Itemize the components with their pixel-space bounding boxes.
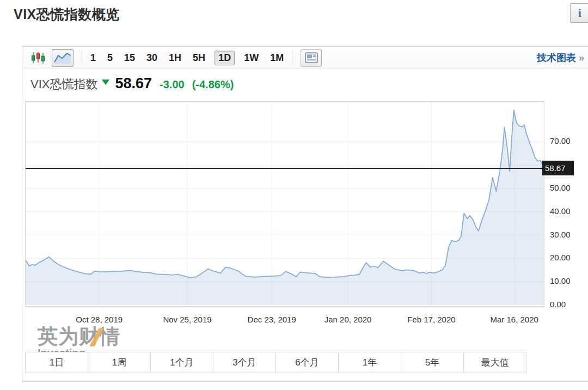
- watermark-orange-slash: [89, 328, 104, 346]
- x-axis-label: Feb 17, 2020: [407, 315, 455, 324]
- x-axis-label: Jan 20, 2020: [324, 315, 372, 324]
- period-3month[interactable]: 3个月: [213, 352, 276, 373]
- period-1month[interactable]: 1个月: [150, 352, 213, 373]
- double-chevron-icon: »: [579, 52, 584, 63]
- y-axis-label: 20.00: [550, 253, 571, 263]
- price-change-percent: (-4.86%): [192, 78, 234, 91]
- interval-1d-selected[interactable]: 1D: [215, 51, 235, 65]
- quote-header: VIX恐慌指数 58.67 -3.00 (-4.86%): [30, 75, 234, 93]
- interval-1m[interactable]: 1M: [270, 52, 284, 64]
- candlestick-chart-button[interactable]: [30, 50, 46, 66]
- y-axis-label: 70.00: [550, 136, 571, 146]
- toolbar-divider: [82, 51, 82, 65]
- interval-1[interactable]: 1: [90, 52, 96, 64]
- price-change: -3.00: [160, 78, 185, 91]
- x-axis-label: Oct 28, 2019: [76, 315, 122, 324]
- interval-5[interactable]: 5: [107, 52, 113, 64]
- interval-1h[interactable]: 1H: [169, 52, 181, 64]
- y-axis-label: 30.00: [550, 230, 571, 240]
- news-icon: [305, 52, 318, 63]
- period-1week[interactable]: 1周: [88, 352, 151, 373]
- chart-canvas: [26, 102, 544, 306]
- watermark-cn: 英为财情: [38, 326, 120, 347]
- interval-30[interactable]: 30: [146, 52, 157, 64]
- period-5year[interactable]: 5年: [401, 352, 464, 373]
- area-chart-icon: [54, 51, 71, 64]
- last-price: 58.67: [115, 75, 152, 92]
- interval-selector: 1 5 15 30 1H 5H 1D 1W 1M: [90, 51, 284, 65]
- interval-15[interactable]: 15: [124, 52, 135, 64]
- y-axis-label: 10.00: [550, 276, 571, 286]
- x-axis-label: Mar 16, 2020: [490, 315, 538, 324]
- vix-overview-page: VIX恐慌指数概览 i: [0, 0, 588, 390]
- y-axis-label: 50.00: [550, 183, 571, 193]
- period-1year[interactable]: 1年: [338, 352, 401, 373]
- x-axis-label: Dec 23, 2019: [248, 315, 296, 324]
- period-selector: 1日 1周 1个月 3个月 6个月 1年 5年 最大值: [25, 352, 526, 373]
- area-chart-button[interactable]: [52, 49, 74, 67]
- interval-5h[interactable]: 5H: [193, 52, 205, 64]
- period-max[interactable]: 最大值: [463, 352, 526, 373]
- toolbar-divider: [292, 51, 292, 65]
- x-axis-label: Nov 25, 2019: [163, 315, 211, 324]
- period-1day[interactable]: 1日: [25, 352, 88, 373]
- info-icon: i: [578, 7, 581, 20]
- instrument-name: VIX恐慌指数: [30, 76, 97, 93]
- y-axis-label: 40.00: [550, 206, 571, 216]
- candlestick-icon: [31, 51, 45, 64]
- info-button[interactable]: i: [570, 3, 588, 23]
- current-value-badge: 58.67: [542, 161, 574, 175]
- technical-chart-label: 技术图表: [537, 52, 576, 63]
- chart-toolbar: 1 5 15 30 1H 5H 1D 1W 1M: [22, 47, 588, 69]
- down-arrow-icon: [102, 80, 109, 85]
- chart-widget: 1 5 15 30 1H 5H 1D 1W 1M: [22, 46, 588, 382]
- vix-area-chart[interactable]: 英为财情 Investing.com: [25, 101, 544, 307]
- news-panel-button[interactable]: [301, 49, 322, 67]
- period-6month[interactable]: 6个月: [275, 352, 339, 373]
- y-axis-label: 0.00: [550, 300, 566, 309]
- interval-1w[interactable]: 1W: [244, 52, 259, 64]
- technical-chart-link[interactable]: 技术图表 »: [537, 51, 584, 64]
- page-title: VIX恐慌指数概览: [14, 5, 120, 23]
